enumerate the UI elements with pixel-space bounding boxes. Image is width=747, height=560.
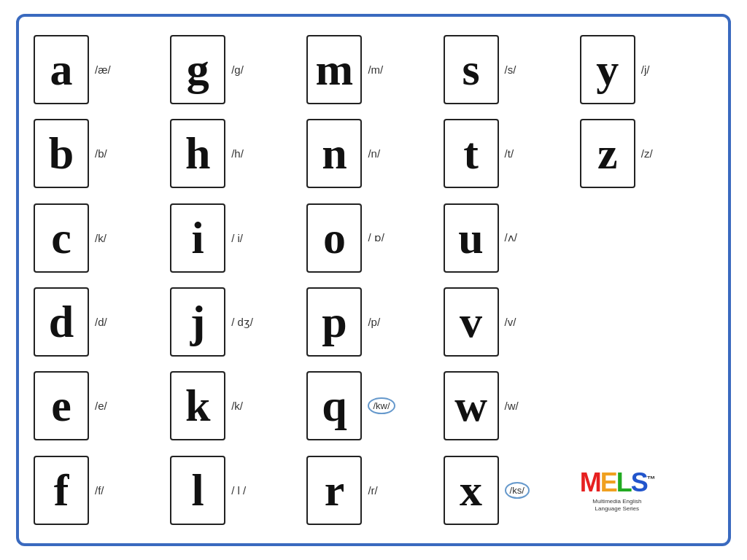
phoneme-label: /s/	[505, 63, 516, 76]
letter-box: d	[34, 287, 89, 357]
phonics-cell: k /k/	[170, 366, 303, 446]
phonics-cell: z /z/	[580, 114, 713, 193]
phoneme-label: /g/	[231, 63, 244, 76]
letter-box: b	[34, 119, 89, 188]
phoneme-label: /r/	[368, 484, 377, 497]
letter-box: u	[444, 203, 499, 273]
phoneme-label: / i/	[231, 232, 243, 244]
phoneme-label: /k/	[231, 400, 243, 412]
letter-box: n	[306, 119, 362, 188]
phonics-grid: a /æ/ g /g/ m /m/ s /s/ y /j/ b /b/ h /h…	[34, 30, 713, 530]
letter-box: e	[34, 371, 89, 440]
phonics-cell: d /d/	[34, 282, 167, 362]
letter-box: i	[170, 203, 225, 273]
phonics-cell: m /m/	[306, 30, 440, 109]
phoneme-label: /n/	[368, 147, 380, 160]
phonics-cell: u /ʌ/	[444, 198, 577, 278]
letter-box: c	[34, 203, 89, 273]
letter-box: l	[170, 456, 225, 525]
letter-box: y	[580, 35, 635, 104]
letter-box: f	[34, 456, 89, 525]
mels-m: M	[580, 467, 600, 497]
mels-l: L	[616, 467, 631, 497]
phonics-cell: i / i/	[170, 198, 303, 278]
phoneme-label: /f/	[95, 484, 104, 497]
phoneme-label: /k/	[95, 232, 107, 244]
letter-box: z	[580, 119, 635, 188]
letter-box: k	[170, 371, 225, 440]
phonics-cell: a /æ/	[34, 30, 167, 109]
mels-e: E	[600, 467, 616, 497]
phoneme-label: /ks/	[505, 482, 530, 499]
mels-logo: MELS™ Multimedia English Language Series	[580, 467, 654, 513]
phoneme-label: /j/	[641, 63, 650, 76]
letter-box: h	[170, 119, 225, 188]
mels-s: S	[631, 467, 647, 497]
mels-tagline: Multimedia English Language Series	[588, 498, 646, 513]
letter-box: m	[306, 35, 362, 104]
phonics-cell: c /k/	[34, 198, 167, 278]
phonics-cell: h /h/	[170, 114, 303, 193]
letter-box: v	[444, 287, 499, 357]
phonics-cell: p /p/	[306, 282, 440, 362]
main-container: a /æ/ g /g/ m /m/ s /s/ y /j/ b /b/ h /h…	[16, 14, 731, 546]
phoneme-label: /p/	[368, 316, 380, 328]
phonics-cell	[580, 366, 713, 446]
phonics-cell: t /t/	[444, 114, 577, 193]
phoneme-label: /z/	[641, 147, 653, 160]
letter-box: o	[306, 203, 362, 273]
phoneme-label: / ɒ/	[368, 231, 384, 244]
phonics-cell: f /f/	[34, 451, 167, 530]
phonics-cell: n /n/	[306, 114, 440, 193]
phonics-cell: q /kw/	[306, 366, 440, 446]
mels-text: MELS™	[580, 467, 654, 498]
phonics-cell	[580, 282, 713, 362]
phoneme-label: /d/	[95, 316, 107, 328]
phoneme-label: /t/	[505, 147, 514, 160]
phonics-cell: y /j/	[580, 30, 713, 109]
phoneme-label: /e/	[95, 400, 107, 412]
phoneme-label: / dʒ/	[231, 316, 253, 329]
phonics-cell: MELS™ Multimedia English Language Series	[580, 451, 713, 530]
letter-box: j	[170, 287, 225, 357]
phonics-cell: v /v/	[444, 282, 577, 362]
phonics-cell: e /e/	[34, 366, 167, 446]
phonics-cell: g /g/	[170, 30, 303, 109]
phoneme-label: /m/	[368, 63, 383, 76]
letter-box: p	[306, 287, 362, 357]
phonics-cell: j / dʒ/	[170, 282, 303, 362]
phoneme-label: /kw/	[368, 397, 395, 414]
letter-box: x	[444, 456, 499, 525]
letter-box: w	[444, 371, 499, 440]
phoneme-label: /v/	[505, 316, 516, 328]
phonics-cell: l / l /	[170, 451, 303, 530]
phonics-cell: o / ɒ/	[306, 198, 440, 278]
phonics-cell: s /s/	[444, 30, 577, 109]
phoneme-label: / l /	[231, 484, 246, 497]
phoneme-label: /ʌ/	[505, 231, 517, 244]
phoneme-label: /h/	[231, 147, 244, 160]
phonics-cell: r /r/	[306, 451, 440, 530]
phoneme-label: /æ/	[95, 63, 111, 76]
letter-box: r	[306, 456, 362, 525]
letter-box: g	[170, 35, 225, 104]
letter-box: q	[306, 371, 362, 440]
phonics-cell	[580, 198, 713, 278]
letter-box: s	[444, 35, 499, 104]
phoneme-label: /b/	[95, 147, 107, 160]
phonics-cell: b /b/	[34, 114, 167, 193]
letter-box: t	[444, 119, 499, 188]
phonics-cell: w /w/	[444, 366, 577, 446]
phonics-cell: x /ks/	[444, 451, 577, 530]
phoneme-label: /w/	[505, 400, 519, 412]
letter-box: a	[34, 35, 89, 104]
